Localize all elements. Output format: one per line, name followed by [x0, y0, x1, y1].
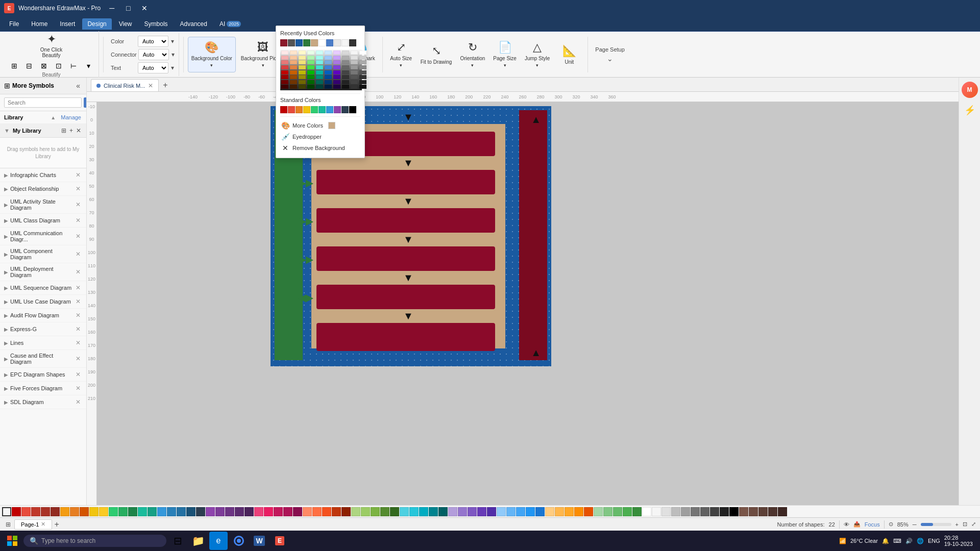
color-grid-swatch[interactable]: [299, 85, 306, 89]
task-view-btn[interactable]: ⊟: [168, 532, 187, 550]
background-color-button[interactable]: 🎨 Background Color ▾: [188, 37, 236, 72]
color-grid-swatch[interactable]: [359, 51, 366, 55]
color-grid-swatch[interactable]: [351, 51, 358, 55]
lib-item[interactable]: ▶ Audit Flow Diagram ✕: [0, 309, 86, 322]
color-grid-swatch[interactable]: [359, 60, 366, 64]
palette-color-swatch[interactable]: [70, 507, 79, 516]
color-grid-swatch[interactable]: [342, 65, 349, 69]
lib-item[interactable]: ▶ UML Sequence Diagram ✕: [0, 281, 86, 295]
color-dropdown-select[interactable]: Auto: [138, 36, 168, 47]
palette-color-swatch[interactable]: [177, 507, 186, 516]
sidebar-collapse-btn[interactable]: «: [74, 81, 82, 91]
standard-color-swatch[interactable]: [296, 106, 303, 113]
recently-used-swatch[interactable]: [288, 39, 295, 46]
user-avatar[interactable]: M: [962, 82, 978, 98]
palette-color-swatch[interactable]: [186, 507, 195, 516]
standard-color-swatch[interactable]: [311, 106, 318, 113]
palette-color-swatch[interactable]: [293, 507, 302, 516]
palette-color-swatch[interactable]: [642, 507, 651, 516]
lib-item[interactable]: ▶ Cause and Effect Diagram ✕: [0, 350, 86, 368]
palette-color-swatch[interactable]: [448, 507, 457, 516]
palette-color-swatch[interactable]: [31, 507, 40, 516]
recently-used-swatch[interactable]: [303, 39, 310, 46]
color-grid-swatch[interactable]: [325, 65, 332, 69]
color-grid-swatch[interactable]: [290, 60, 297, 64]
palette-color-swatch[interactable]: [623, 507, 632, 516]
color-grid-swatch[interactable]: [359, 85, 366, 89]
color-grid-swatch[interactable]: [333, 60, 340, 64]
palette-color-swatch[interactable]: [341, 507, 351, 516]
color-grid-swatch[interactable]: [333, 75, 340, 79]
palette-color-swatch[interactable]: [458, 507, 467, 516]
standard-color-swatch[interactable]: [341, 106, 349, 113]
standard-color-swatch[interactable]: [280, 106, 287, 113]
color-grid-swatch[interactable]: [299, 70, 306, 74]
palette-color-swatch[interactable]: [21, 507, 31, 516]
palette-color-swatch[interactable]: [400, 507, 409, 516]
color-grid-swatch[interactable]: [342, 85, 349, 89]
palette-color-swatch[interactable]: [215, 507, 225, 516]
lib-item-close-btn[interactable]: ✕: [74, 201, 82, 209]
palette-color-swatch[interactable]: [574, 507, 583, 516]
color-grid-swatch[interactable]: [316, 70, 323, 74]
palette-color-swatch[interactable]: [157, 507, 166, 516]
color-grid-swatch[interactable]: [333, 56, 340, 60]
lib-item[interactable]: ▶ UML Communication Diagr... ✕: [0, 228, 86, 245]
add-tab-button[interactable]: +: [160, 79, 170, 91]
menu-ai[interactable]: AI 2025: [214, 18, 246, 30]
zoom-slider[interactable]: [921, 523, 951, 526]
zoom-in-icon[interactable]: +: [955, 521, 959, 528]
color-grid-swatch[interactable]: [290, 56, 297, 60]
color-grid-swatch[interactable]: [359, 70, 366, 74]
color-grid-swatch[interactable]: [281, 51, 288, 55]
expand-icon[interactable]: ⤢: [971, 521, 976, 528]
my-library-grid-btn[interactable]: ⊞: [60, 126, 67, 135]
color-grid-swatch[interactable]: [290, 85, 297, 89]
color-grid-swatch[interactable]: [351, 75, 358, 79]
color-grid-swatch[interactable]: [351, 85, 358, 89]
color-grid-swatch[interactable]: [325, 70, 332, 74]
right-panel-btn-1[interactable]: ⚡: [962, 102, 978, 118]
color-grid-swatch[interactable]: [359, 65, 366, 69]
palette-color-swatch[interactable]: [118, 507, 128, 516]
word-btn[interactable]: W: [250, 532, 268, 550]
palette-color-swatch[interactable]: [720, 507, 729, 516]
palette-color-swatch[interactable]: [671, 507, 680, 516]
add-page-button[interactable]: +: [54, 520, 59, 529]
recently-used-swatch[interactable]: [334, 39, 341, 46]
palette-color-swatch[interactable]: [51, 507, 60, 516]
recently-used-swatch[interactable]: [349, 39, 356, 46]
palette-color-swatch[interactable]: [312, 507, 322, 516]
color-expand-btn[interactable]: ▾: [170, 38, 175, 45]
palette-color-swatch[interactable]: [778, 507, 787, 516]
palette-color-swatch[interactable]: [167, 507, 176, 516]
color-grid-swatch[interactable]: [290, 65, 297, 69]
focus-label[interactable]: Focus: [865, 521, 880, 528]
palette-color-swatch[interactable]: [60, 507, 69, 516]
color-grid-swatch[interactable]: [316, 85, 323, 89]
palette-color-swatch[interactable]: [632, 507, 642, 516]
color-grid-swatch[interactable]: [281, 75, 288, 79]
palette-color-swatch[interactable]: [700, 507, 709, 516]
color-grid-swatch[interactable]: [281, 80, 288, 84]
color-grid-swatch[interactable]: [307, 80, 314, 84]
color-grid-swatch[interactable]: [299, 75, 306, 79]
color-grid-swatch[interactable]: [299, 80, 306, 84]
color-grid-swatch[interactable]: [290, 51, 297, 55]
palette-color-swatch[interactable]: [487, 507, 496, 516]
palette-color-swatch[interactable]: [254, 507, 263, 516]
tab-close-icon[interactable]: ✕: [148, 82, 153, 89]
search-input[interactable]: [4, 97, 82, 108]
one-click-beautify-button[interactable]: ✦ One Click Beautify: [37, 31, 66, 60]
beautify-sub-4[interactable]: ⊡: [52, 60, 66, 72]
palette-color-swatch[interactable]: [662, 507, 671, 516]
page-setup-expand-btn[interactable]: ⌄: [607, 55, 613, 63]
manage-button[interactable]: Manage: [60, 113, 82, 121]
color-grid-swatch[interactable]: [342, 60, 349, 64]
palette-color-swatch[interactable]: [691, 507, 700, 516]
text-dropdown-select[interactable]: Auto: [138, 62, 168, 73]
palette-color-swatch[interactable]: [758, 507, 768, 516]
color-grid-swatch[interactable]: [351, 65, 358, 69]
color-grid-swatch[interactable]: [281, 56, 288, 60]
lib-item-close-btn[interactable]: ✕: [74, 232, 82, 240]
